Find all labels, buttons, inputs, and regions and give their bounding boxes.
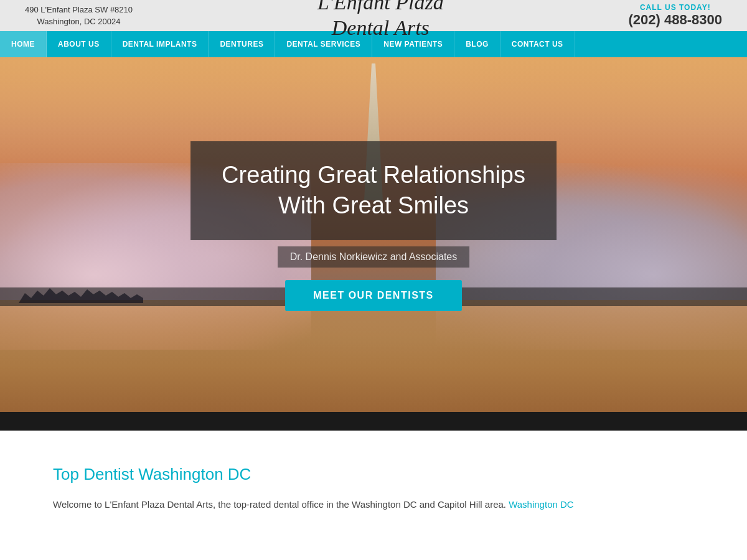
main-content: Top Dentist Washington DC Welcome to L'E… [0, 465, 747, 538]
nav-about[interactable]: ABOUT US [47, 31, 111, 57]
address-line2: Washington, DC 20024 [25, 16, 133, 28]
hero-subtitle: Dr. Dennis Norkiewicz and Associates [278, 246, 470, 268]
nav-new-patients[interactable]: NEW PATIENTS [372, 31, 454, 57]
water-decoration [0, 300, 747, 412]
intro-paragraph: Welcome to L'Enfant Plaza Dental Arts, t… [53, 497, 694, 513]
hero-section: Creating Great RelationshipsWith Great S… [0, 57, 747, 412]
meet-dentists-button[interactable]: MEET OUR DENTISTS [285, 280, 462, 311]
nav-contact[interactable]: CONTACT US [500, 31, 575, 57]
washington-dc-link[interactable]: Washington DC [509, 499, 574, 510]
hero-title: Creating Great RelationshipsWith Great S… [222, 160, 525, 222]
call-label: CALL US TODAY! [629, 3, 722, 12]
hero-title-box: Creating Great RelationshipsWith Great S… [190, 141, 557, 240]
main-nav: HOME ABOUT US DENTAL IMPLANTS DENTURES D… [0, 31, 747, 57]
address-line1: 490 L'Enfant Plaza SW #8210 [25, 4, 133, 16]
call-block: CALL US TODAY! (202) 488-8300 [629, 3, 722, 28]
nav-dentures[interactable]: DENTURES [209, 31, 275, 57]
spacer [0, 431, 747, 465]
nav-home[interactable]: HOME [0, 31, 47, 57]
phone-number: (202) 488-8300 [629, 12, 722, 28]
nav-implants[interactable]: DENTAL IMPLANTS [111, 31, 209, 57]
hero-overlay: Creating Great RelationshipsWith Great S… [190, 141, 557, 311]
nav-services[interactable]: DENTAL SERVICES [275, 31, 372, 57]
address-block: 490 L'Enfant Plaza SW #8210 Washington, … [25, 4, 133, 28]
top-bar: 490 L'Enfant Plaza SW #8210 Washington, … [0, 0, 747, 31]
nav-blog[interactable]: BLOG [454, 31, 500, 57]
black-bar [0, 412, 747, 431]
section-title: Top Dentist Washington DC [53, 465, 694, 484]
